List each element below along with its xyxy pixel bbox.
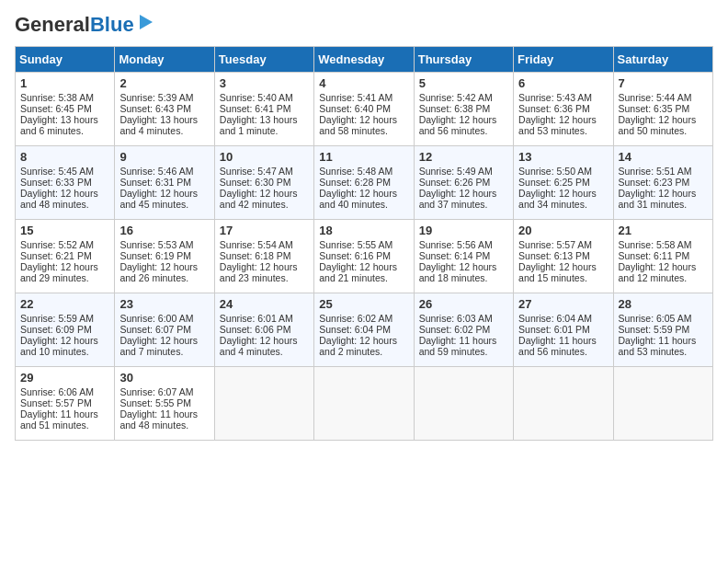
calendar-day-cell: 28Sunrise: 6:05 AMSunset: 5:59 PMDayligh… [613,293,712,367]
day-info-line: Sunrise: 5:55 AM [319,239,408,250]
day-number: 15 [20,224,109,237]
day-number: 29 [20,371,109,385]
calendar-day-cell: 23Sunrise: 6:00 AMSunset: 6:07 PMDayligh… [115,293,214,367]
calendar-day-cell: 4Sunrise: 5:41 AMSunset: 6:40 PMDaylight… [314,73,414,146]
day-number: 6 [518,76,608,90]
calendar-day-cell: 29Sunrise: 6:06 AMSunset: 5:57 PMDayligh… [16,367,115,441]
calendar-day-cell: 9Sunrise: 5:46 AMSunset: 6:31 PMDaylight… [115,146,214,220]
day-info-line: Sunrise: 6:01 AM [220,313,309,324]
day-info-line: Daylight: 12 hours and 45 minutes. [119,188,209,210]
day-info-line: Sunset: 6:38 PM [419,103,508,114]
day-info-line: Sunrise: 5:44 AM [619,92,708,103]
day-number: 18 [319,224,408,237]
day-info-line: Daylight: 12 hours and 29 minutes. [20,261,109,283]
calendar-day-cell: 19Sunrise: 5:56 AMSunset: 6:14 PMDayligh… [414,220,513,293]
day-info-line: Sunrise: 5:52 AM [20,239,109,250]
calendar-day-cell: 17Sunrise: 5:54 AMSunset: 6:18 PMDayligh… [214,220,313,293]
day-number: 27 [518,297,608,311]
calendar-day-cell: 30Sunrise: 6:07 AMSunset: 5:55 PMDayligh… [115,367,214,441]
day-number: 12 [419,150,508,164]
calendar-day-cell: 20Sunrise: 5:57 AMSunset: 6:13 PMDayligh… [514,220,613,293]
svg-marker-0 [140,15,153,29]
day-info-line: Daylight: 12 hours and 10 minutes. [20,335,109,357]
day-info-line: Sunset: 5:57 PM [20,397,109,408]
day-number: 16 [119,224,209,237]
day-info-line: Sunrise: 5:53 AM [119,239,209,250]
day-info-line: Daylight: 12 hours and 23 minutes. [220,261,309,283]
day-number: 10 [220,150,309,164]
calendar-day-cell: 18Sunrise: 5:55 AMSunset: 6:16 PMDayligh… [314,220,414,293]
calendar-day-cell [214,367,313,441]
day-info-line: Sunset: 6:09 PM [20,324,109,335]
day-number: 20 [518,224,608,237]
calendar-day-cell: 10Sunrise: 5:47 AMSunset: 6:30 PMDayligh… [214,146,313,220]
calendar-week-row: 15Sunrise: 5:52 AMSunset: 6:21 PMDayligh… [16,220,713,293]
day-info-line: Sunrise: 6:04 AM [518,313,608,324]
day-number: 23 [119,297,209,311]
day-info-line: Sunset: 6:16 PM [319,250,408,261]
day-info-line: Sunset: 5:59 PM [619,324,708,335]
page-header: GeneralBlue [15,15,713,35]
calendar-week-row: 8Sunrise: 5:45 AMSunset: 6:33 PMDaylight… [16,146,713,220]
day-info-line: Sunset: 6:01 PM [518,324,608,335]
day-info-line: Sunset: 6:28 PM [319,177,408,188]
day-info-line: Sunrise: 5:50 AM [518,166,608,177]
day-info-line: Daylight: 12 hours and 34 minutes. [518,188,608,210]
day-info-line: Daylight: 12 hours and 50 minutes. [619,114,708,136]
day-number: 7 [619,76,708,90]
day-of-week-header: Wednesday [314,47,414,73]
day-info-line: Sunrise: 5:45 AM [20,166,109,177]
calendar-day-cell: 27Sunrise: 6:04 AMSunset: 6:01 PMDayligh… [514,293,613,367]
day-info-line: Sunrise: 5:59 AM [20,313,109,324]
calendar-day-cell: 21Sunrise: 5:58 AMSunset: 6:11 PMDayligh… [613,220,712,293]
day-info-line: Sunset: 6:25 PM [518,177,608,188]
day-info-line: Sunset: 6:06 PM [220,324,309,335]
calendar-day-cell [514,367,613,441]
day-info-line: Daylight: 12 hours and 2 minutes. [319,335,408,357]
day-info-line: Daylight: 12 hours and 15 minutes. [518,261,608,283]
day-info-line: Sunrise: 5:57 AM [518,239,608,250]
day-info-line: Sunset: 6:26 PM [419,177,508,188]
day-info-line: Sunrise: 5:48 AM [319,166,408,177]
calendar-day-cell: 22Sunrise: 5:59 AMSunset: 6:09 PMDayligh… [16,293,115,367]
day-info-line: Sunset: 6:33 PM [20,177,109,188]
day-info-line: Sunrise: 5:40 AM [220,92,309,103]
day-info-line: Sunrise: 5:49 AM [419,166,508,177]
day-info-line: Sunset: 6:45 PM [20,103,109,114]
calendar-day-cell: 24Sunrise: 6:01 AMSunset: 6:06 PMDayligh… [214,293,313,367]
day-number: 21 [619,224,708,237]
day-info-line: Sunrise: 5:47 AM [220,166,309,177]
logo-arrow-icon [136,12,156,32]
day-info-line: Sunset: 6:31 PM [119,177,209,188]
day-of-week-header: Saturday [613,47,712,73]
day-number: 17 [220,224,309,237]
day-number: 30 [119,371,209,385]
calendar-day-cell: 13Sunrise: 5:50 AMSunset: 6:25 PMDayligh… [514,146,613,220]
day-info-line: Sunset: 6:40 PM [319,103,408,114]
day-info-line: Daylight: 12 hours and 53 minutes. [518,114,608,136]
day-info-line: Sunset: 6:11 PM [619,250,708,261]
day-info-line: Daylight: 12 hours and 18 minutes. [419,261,508,283]
day-info-line: Sunrise: 6:02 AM [319,313,408,324]
day-of-week-header: Monday [115,47,214,73]
day-info-line: Sunrise: 6:00 AM [119,313,209,324]
day-info-line: Daylight: 12 hours and 26 minutes. [119,261,209,283]
day-number: 28 [619,297,708,311]
day-info-line: Sunrise: 6:06 AM [20,386,109,397]
day-info-line: Daylight: 12 hours and 31 minutes. [619,188,708,210]
day-number: 8 [20,150,109,164]
logo: GeneralBlue [15,15,156,35]
calendar-day-cell: 3Sunrise: 5:40 AMSunset: 6:41 PMDaylight… [214,73,313,146]
day-info-line: Sunrise: 5:51 AM [619,166,708,177]
day-of-week-header: Tuesday [214,47,313,73]
day-number: 22 [20,297,109,311]
day-info-line: Daylight: 13 hours and 6 minutes. [20,114,109,136]
calendar-day-cell: 25Sunrise: 6:02 AMSunset: 6:04 PMDayligh… [314,293,414,367]
day-number: 25 [319,297,408,311]
calendar-day-cell: 15Sunrise: 5:52 AMSunset: 6:21 PMDayligh… [16,220,115,293]
day-number: 2 [119,76,209,90]
day-number: 26 [419,297,508,311]
day-info-line: Daylight: 13 hours and 4 minutes. [119,114,209,136]
day-of-week-header: Thursday [414,47,513,73]
day-number: 9 [119,150,209,164]
